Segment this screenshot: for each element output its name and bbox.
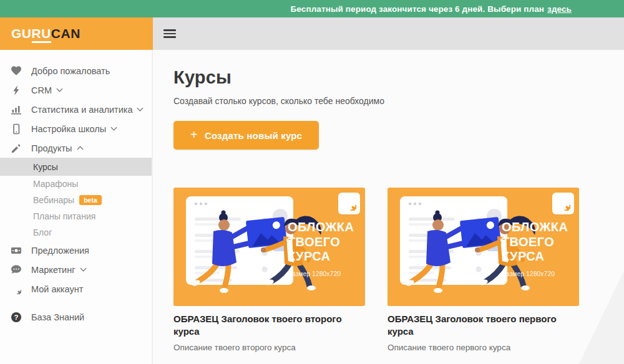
cover-title: ОБЛОЖКА ТВОЕГО КУРСА — [288, 220, 358, 264]
cover-size-note: Размер 1280x720 — [288, 270, 358, 277]
page-title: Курсы — [173, 67, 624, 88]
course-cover[interactable]: ОБЛОЖКА ТВОЕГО КУРСА Размер 1280x720 — [173, 188, 365, 306]
trial-banner-text: Бесплатный период закончится через 6 дне… — [291, 4, 545, 14]
cover-text-block: ОБЛОЖКА ТВОЕГО КУРСА Размер 1280x720 — [288, 220, 358, 277]
course-description: Описание твоего второго курса — [173, 343, 365, 352]
course-title[interactable]: ОБРАЗЕЦ Заголовок твоего первого курса — [388, 313, 579, 338]
sidebar-item-products[interactable]: Продукты — [0, 138, 152, 158]
hamburger-menu-icon[interactable] — [163, 28, 176, 40]
trial-banner: Бесплатный период закончится через 6 дне… — [0, 0, 624, 17]
course-card[interactable]: ОБЛОЖКА ТВОЕГО КУРСА Размер 1280x720 ОБР… — [388, 188, 579, 352]
sidebar-item-label: Маркетинг — [31, 265, 76, 275]
course-card[interactable]: ОБЛОЖКА ТВОЕГО КУРСА Размер 1280x720 ОБР… — [173, 188, 365, 352]
sidebar-subitem-marathons[interactable]: Марафоны — [0, 176, 152, 192]
choose-plan-link[interactable]: здесь — [547, 4, 572, 14]
sidebar-subitem-label: Блог — [33, 228, 52, 237]
bolt-icon — [11, 85, 22, 96]
course-card-list: ОБЛОЖКА ТВОЕГО КУРСА Размер 1280x720 ОБР… — [173, 188, 624, 352]
sidebar-item-statistics[interactable]: Статистика и аналитика — [0, 100, 152, 119]
create-course-button-label: Создать новый курс — [205, 130, 302, 141]
sidebar-subitem-blog[interactable]: Блог — [0, 224, 152, 241]
gear-icon — [557, 197, 570, 211]
sidebar-item-label: CRM — [31, 85, 52, 95]
course-cover[interactable]: ОБЛОЖКА ТВОЕГО КУРСА Размер 1280x720 — [388, 188, 579, 306]
course-settings-button[interactable] — [338, 193, 360, 214]
chevron-down-icon — [57, 86, 63, 92]
sidebar-subitem-label: Вебинары — [33, 195, 74, 205]
sidebar-subitem-label: Курсы — [33, 162, 58, 172]
plus-icon: + — [190, 128, 198, 141]
pencil-icon — [11, 143, 22, 154]
gear-icon — [11, 284, 22, 295]
sidebar-subitem-meal-plans[interactable]: Планы питания — [0, 208, 152, 224]
bar-chart-icon — [11, 104, 22, 115]
sidebar-item-label: Мой аккаунт — [31, 284, 83, 294]
sidebar-item-label: База Знаний — [31, 312, 84, 322]
top-header — [153, 17, 624, 50]
sidebar-item-label: Добро пожаловать — [31, 66, 110, 76]
sidebar-item-account[interactable]: Мой аккаунт — [0, 279, 152, 299]
course-title[interactable]: ОБРАЗЕЦ Заголовок твоего второго курса — [173, 313, 365, 338]
sidebar-subitem-label: Марафоны — [33, 179, 78, 189]
sidebar-item-crm[interactable]: CRM — [0, 80, 152, 100]
question-circle-icon: ? — [11, 312, 22, 323]
beta-badge: beta — [79, 195, 102, 205]
chevron-down-icon — [80, 266, 86, 272]
create-course-button[interactable]: + Создать новый курс — [173, 121, 319, 150]
sidebar-item-label: Продукты — [31, 143, 72, 153]
sidebar-subitem-courses[interactable]: Курсы — [0, 158, 152, 176]
course-settings-button[interactable] — [552, 193, 574, 214]
chevron-down-icon — [111, 125, 117, 131]
chat-bubble-icon — [11, 264, 22, 275]
heart-icon — [11, 65, 22, 77]
sidebar-item-school-settings[interactable]: Настройка школы — [0, 119, 152, 138]
sidebar: Добро пожаловать CRM Статистика и аналит… — [0, 50, 153, 364]
cover-size-note: Размер 1280x720 — [502, 270, 572, 277]
banknote-icon — [11, 245, 22, 256]
page-subtitle: Создавай столько курсов, сколько тебе не… — [173, 96, 624, 106]
sidebar-item-offers[interactable]: Предложения — [0, 241, 152, 260]
sidebar-item-marketing[interactable]: Маркетинг — [0, 260, 152, 279]
chevron-down-icon — [137, 105, 144, 112]
gurucan-logo[interactable]: GURUCAN — [11, 26, 80, 41]
main-content: Курсы Создавай столько курсов, сколько т… — [153, 50, 624, 364]
cover-title: ОБЛОЖКА ТВОЕГО КУРСА — [502, 220, 572, 264]
sidebar-item-label: Статистика и аналитика — [31, 105, 132, 115]
sidebar-item-label: Предложения — [31, 246, 89, 256]
sidebar-item-welcome[interactable]: Добро пожаловать — [0, 61, 152, 80]
smartphone-icon — [11, 123, 22, 135]
logo-block: GURUCAN — [0, 17, 153, 50]
gear-icon — [343, 197, 356, 211]
sidebar-subitem-webinars[interactable]: Вебинары beta — [0, 192, 152, 208]
chevron-up-icon — [77, 146, 83, 153]
sidebar-item-label: Настройка школы — [31, 124, 106, 134]
sidebar-subitem-label: Планы питания — [33, 211, 95, 221]
sidebar-item-knowledge-base[interactable]: ? База Знаний — [0, 307, 152, 327]
course-description: Описание твоего первого курса — [388, 343, 579, 352]
cover-text-block: ОБЛОЖКА ТВОЕГО КУРСА Размер 1280x720 — [502, 220, 572, 277]
